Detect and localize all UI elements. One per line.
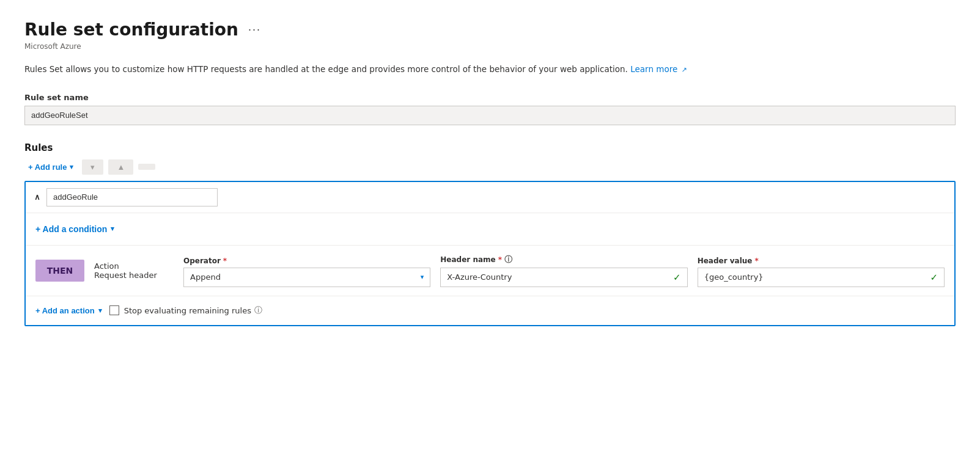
add-action-label: + Add an action: [35, 306, 95, 315]
learn-more-link[interactable]: Learn more ↗: [630, 64, 687, 74]
action-footer: + Add an action ▾ Stop evaluating remain…: [26, 296, 954, 325]
header-value-required-star: *: [754, 257, 758, 265]
move-up-button: ▲: [108, 159, 133, 175]
move-up-icon: ▲: [117, 162, 125, 172]
stop-info-icon[interactable]: ⓘ: [254, 305, 262, 316]
chevron-up-icon: ∧: [34, 192, 40, 202]
add-condition-chevron-icon: ▾: [111, 225, 114, 233]
stop-evaluating-label: Stop evaluating remaining rules ⓘ: [124, 305, 262, 316]
add-condition-label: + Add a condition: [35, 224, 107, 234]
operator-field-group: Operator * Append ▾: [183, 257, 430, 287]
header-value-label: Header value *: [698, 257, 945, 265]
page-subtitle: Microsoft Azure: [24, 42, 956, 51]
then-section: THEN Action Request header Operator *: [26, 246, 954, 296]
rules-label: Rules: [24, 142, 956, 153]
rules-section: Rules + Add rule ▾ ▾ ▲ ∧ + Add a conditi: [24, 142, 956, 326]
condition-row: + Add a condition ▾: [26, 213, 954, 246]
move-up-action-button: [138, 164, 155, 170]
operator-required-star: *: [223, 257, 227, 265]
rule-set-name-label: Rule set name: [24, 93, 956, 102]
external-link-icon: ↗: [682, 66, 687, 74]
rule-set-name-input[interactable]: [24, 106, 956, 125]
rule-card: ∧ + Add a condition ▾ THEN Action Reque: [24, 181, 956, 326]
stop-evaluating-checkbox[interactable]: [109, 305, 119, 315]
rule-collapse-button[interactable]: ∧: [34, 192, 40, 202]
action-label: Action: [94, 261, 174, 271]
operator-dropdown[interactable]: Append ▾: [183, 268, 430, 287]
then-row: THEN Action Request header Operator *: [35, 254, 945, 287]
rule-name-input[interactable]: [46, 188, 218, 206]
operator-label: Operator *: [183, 257, 430, 265]
stop-evaluating-container[interactable]: Stop evaluating remaining rules ⓘ: [109, 305, 262, 316]
then-content: THEN Action Request header Operator *: [35, 254, 945, 296]
fields-row: Operator * Append ▾ Header name: [183, 254, 945, 287]
add-rule-label: + Add rule: [28, 162, 67, 172]
description-row: Rules Set allows you to customize how HT…: [24, 63, 956, 76]
rule-header: ∧: [26, 182, 954, 213]
header-value-check-icon: ✓: [930, 272, 938, 283]
add-action-chevron-icon: ▾: [98, 307, 102, 315]
add-rule-button[interactable]: + Add rule ▾: [24, 160, 77, 174]
header-value-field-group: Header value * {geo_country} ✓: [698, 257, 945, 287]
add-action-button[interactable]: + Add an action ▾: [35, 304, 102, 318]
rules-toolbar: + Add rule ▾ ▾ ▲: [24, 159, 956, 175]
add-condition-button[interactable]: + Add a condition ▾: [35, 222, 114, 236]
description-text: Rules Set allows you to customize how HT…: [24, 64, 628, 74]
operator-chevron-icon: ▾: [421, 273, 424, 281]
header-name-label: Header name * ⓘ: [440, 254, 687, 265]
header-name-info-icon[interactable]: ⓘ: [504, 254, 512, 265]
header-name-required-star: *: [498, 255, 502, 264]
rule-set-name-section: Rule set name: [24, 93, 956, 125]
header-name-field-group: Header name * ⓘ X-Azure-Country ✓: [440, 254, 687, 287]
header-name-input[interactable]: X-Azure-Country ✓: [440, 268, 687, 287]
add-rule-chevron-down-icon: ▾: [70, 163, 73, 171]
page-header: Rule set configuration ··· Microsoft Azu…: [24, 20, 956, 51]
page-title: Rule set configuration: [24, 20, 238, 40]
header-name-check-icon: ✓: [673, 272, 681, 283]
move-down-button: ▾: [82, 159, 103, 175]
move-down-icon: ▾: [90, 162, 95, 172]
ellipsis-menu-button[interactable]: ···: [245, 22, 265, 37]
action-type-label: Request header: [94, 271, 174, 280]
then-badge: THEN: [35, 260, 84, 282]
action-info: Action Request header: [94, 261, 174, 280]
header-value-input[interactable]: {geo_country} ✓: [698, 268, 945, 287]
